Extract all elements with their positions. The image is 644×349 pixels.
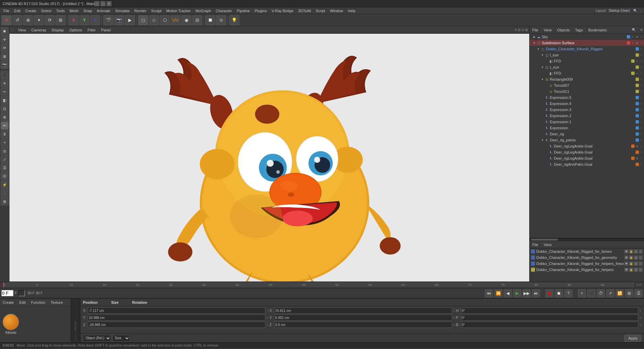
cameras-menu[interactable]: Cameras bbox=[30, 27, 48, 33]
tree-arrow-ffd1[interactable] bbox=[544, 59, 548, 63]
menu-script[interactable]: Script bbox=[314, 8, 327, 14]
size-mode-select[interactable]: Size Scale bbox=[112, 335, 130, 342]
tree-item-ankle1[interactable]: 𝐋 Deer_rigLegAnkle.Goal ⊙ ∷ bbox=[530, 143, 644, 149]
close-button[interactable]: ✕ bbox=[107, 1, 111, 6]
start-frame-input[interactable] bbox=[18, 290, 25, 296]
layer-lock-icon2[interactable]: 🔒 bbox=[629, 256, 633, 260]
tree-arrow-reye[interactable]: ▼ bbox=[540, 65, 544, 69]
record-btn[interactable]: ⏺ bbox=[545, 289, 554, 297]
current-frame-input[interactable] bbox=[1, 290, 14, 296]
tree-item-deerrig[interactable]: 𝐋 Deer_rig ∷ bbox=[530, 131, 644, 137]
render-btn[interactable]: 🎬 bbox=[103, 15, 113, 25]
layer-helpers[interactable]: Dokko_Character_Kikonki_Rigged_for_helpe… bbox=[530, 267, 644, 273]
menu-motion-tracker[interactable]: Motion Tracker bbox=[164, 8, 193, 14]
layer-eye-icon3[interactable]: 👁 bbox=[624, 262, 628, 266]
tree-item-leye[interactable]: ▼ ◻ l_eye ∷ bbox=[530, 52, 644, 58]
light-btn[interactable]: 💡 bbox=[229, 15, 239, 25]
tree-item-armpalm[interactable]: 𝐋 Deer_rigArmPalm.Goal ∷ bbox=[530, 161, 644, 167]
xref-tool[interactable]: ⊞ bbox=[1, 197, 9, 206]
tree-item-torus007[interactable]: ⊙ Torus007 ∷ bbox=[530, 82, 644, 88]
layer-render-icon4[interactable]: ◻ bbox=[634, 268, 638, 272]
menu-create[interactable]: Create bbox=[23, 8, 38, 14]
minimize-button[interactable]: ─ bbox=[95, 1, 99, 6]
tree-arrow-expr3[interactable] bbox=[540, 108, 544, 112]
brush-tool[interactable]: ✏ bbox=[1, 122, 9, 130]
scene-tree[interactable]: ▶ ☁ Sky ✓ ⊙ ∷ ▼ ⬡ Subdivision Surface bbox=[530, 34, 644, 238]
key-motion-btn[interactable]: ↗ bbox=[606, 289, 614, 297]
tree-arrow-armpalm[interactable] bbox=[544, 162, 548, 166]
tree-item-subdivision[interactable]: ▼ ⬡ Subdivision Surface ✓ ⊙ ∷ bbox=[530, 40, 644, 46]
move-tool-btn[interactable]: ✕ bbox=[1, 15, 11, 25]
uvw-btn[interactable]: UV bbox=[170, 15, 181, 25]
tree-arrow-sky[interactable]: ▶ bbox=[532, 35, 536, 39]
prev-step-btn[interactable]: ◀ bbox=[504, 289, 512, 297]
tree-item-reye[interactable]: ▼ ◻ r_eye ∷ bbox=[530, 64, 644, 70]
polygon-mode-btn[interactable]: ⬡ bbox=[160, 15, 170, 25]
snap-btn[interactable]: 🔲 bbox=[205, 15, 215, 25]
knife-tool[interactable]: $ bbox=[1, 130, 9, 138]
go-end-btn[interactable]: ⏭ bbox=[532, 289, 540, 297]
ik-tool[interactable]: Ⓚ bbox=[1, 172, 9, 180]
tree-item-ankle3[interactable]: 𝐋 Deer_rigLegAnkle.Goal ⊙ ∷ bbox=[530, 155, 644, 161]
layer-lock-icon4[interactable]: 🔒 bbox=[629, 268, 633, 272]
null-tool[interactable]: ✕ bbox=[1, 79, 9, 87]
translate-btn[interactable]: ✦ bbox=[34, 15, 44, 25]
layer-more-icon4[interactable]: ⋮ bbox=[639, 268, 643, 272]
menu-character[interactable]: Character bbox=[214, 8, 234, 14]
x-size-input[interactable] bbox=[274, 307, 452, 314]
layer-bones[interactable]: Dokko_Character_Kikonki_Rigged_for_bones… bbox=[530, 248, 644, 254]
rotate-tool[interactable]: ⟳ bbox=[1, 44, 9, 52]
menu-vray[interactable]: V-Ray Bridge bbox=[270, 8, 296, 14]
tree-arrow-leye[interactable]: ▼ bbox=[540, 53, 544, 57]
layer-more-icon[interactable]: ⋮ bbox=[639, 249, 643, 253]
boolean-tool[interactable]: ⊕ bbox=[1, 113, 9, 121]
layer-helpers-freez[interactable]: Dokko_Character_Kikonki_Rigged_for_helpe… bbox=[530, 261, 644, 267]
material-thumbnail[interactable] bbox=[3, 314, 19, 330]
menu-edit[interactable]: Edit bbox=[12, 8, 23, 14]
tree-item-expr3[interactable]: 𝐋 Expression.3 ∷ bbox=[530, 107, 644, 113]
menu-sculpt[interactable]: Sculpt bbox=[149, 8, 164, 14]
tree-arrow-subdivision[interactable]: ▼ bbox=[532, 41, 536, 45]
scale-tool-btn[interactable]: ⊞ bbox=[55, 15, 65, 25]
p-rot-input[interactable] bbox=[461, 315, 638, 321]
next-step-btn[interactable]: ▶▶ bbox=[522, 289, 531, 297]
floor-tool[interactable]: ☰ bbox=[1, 164, 9, 172]
tree-arrow-expr4[interactable] bbox=[540, 102, 544, 106]
z-axis-btn[interactable]: Z bbox=[90, 15, 100, 25]
h-rot-input[interactable] bbox=[461, 307, 638, 314]
layers-view-menu[interactable]: View bbox=[542, 242, 553, 247]
tree-arrow-ankle1[interactable] bbox=[544, 144, 548, 148]
scene-bookmarks-menu[interactable]: Bookmarks bbox=[587, 27, 608, 33]
z-size-input[interactable] bbox=[274, 322, 452, 328]
tree-item-ffd2[interactable]: ◧ FFD ✓ ∷ bbox=[530, 70, 644, 76]
camera-tool[interactable]: 📷 bbox=[1, 61, 9, 69]
key-grid-btn[interactable]: ⊞ bbox=[625, 289, 633, 297]
mat-edit-menu[interactable]: Edit bbox=[18, 300, 27, 305]
tree-item-rect009[interactable]: ▼ ⊟ Rectangle009 ∷ bbox=[530, 76, 644, 82]
tree-item-expr2[interactable]: 𝐋 Expression.2 ∷ bbox=[530, 113, 644, 119]
tree-item-pelvis[interactable]: ▼ 𝐋 Deer_rig_pelvis ∷ bbox=[530, 137, 644, 143]
tree-item-expr5[interactable]: 𝐋 Expression.5 ∷ bbox=[530, 95, 644, 101]
scale-btn[interactable]: ⊕ bbox=[23, 15, 33, 25]
menu-tools[interactable]: Tools bbox=[54, 8, 67, 14]
menu-select[interactable]: Select bbox=[39, 8, 54, 14]
tree-item-sky[interactable]: ▶ ☁ Sky ✓ ⊙ ∷ bbox=[530, 34, 644, 40]
menu-plugins[interactable]: Plugins bbox=[252, 8, 269, 14]
z-pos-input[interactable] bbox=[88, 322, 265, 328]
mat-create-menu[interactable]: Create bbox=[1, 300, 15, 305]
tree-item-dokko[interactable]: ▼ ◻ Dokko_Character_Kikonki_Rigged ∷ bbox=[530, 46, 644, 52]
b-rot-input[interactable] bbox=[461, 322, 638, 328]
search-icon[interactable]: 🔍 bbox=[630, 28, 637, 32]
maximize-button[interactable]: □ bbox=[101, 1, 105, 6]
filter-menu[interactable]: Filter bbox=[86, 27, 97, 33]
spline-tool[interactable]: 〜 bbox=[1, 88, 9, 96]
layer-render-icon2[interactable]: ◻ bbox=[634, 256, 638, 260]
menu-render[interactable]: Render bbox=[132, 8, 149, 14]
loft-tool[interactable]: ◧ bbox=[1, 96, 9, 104]
key-list-btn[interactable]: ☰ bbox=[635, 289, 643, 297]
layer-eye-icon2[interactable]: 👁 bbox=[624, 256, 628, 260]
apply-button[interactable]: Apply bbox=[624, 335, 641, 342]
menu-window[interactable]: Window bbox=[328, 8, 345, 14]
tree-arrow-expr[interactable] bbox=[540, 126, 544, 130]
tree-arrow-ankle3[interactable] bbox=[544, 156, 548, 160]
